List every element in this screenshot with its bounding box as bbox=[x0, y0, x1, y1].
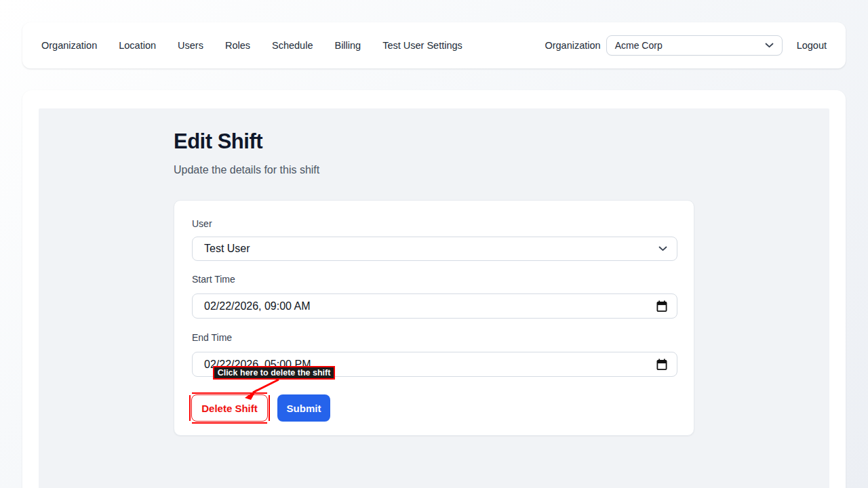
logout-link[interactable]: Logout bbox=[797, 40, 827, 51]
nav-item-location[interactable]: Location bbox=[119, 40, 156, 51]
annotation-handle bbox=[267, 421, 271, 424]
calendar-icon[interactable] bbox=[656, 359, 667, 370]
nav-item-users[interactable]: Users bbox=[178, 40, 203, 51]
delete-tooltip: Click here to delete the shift bbox=[213, 366, 335, 380]
annotation-handle bbox=[267, 392, 271, 395]
nav-right-group: Organization Acme Corp Logout bbox=[545, 35, 827, 56]
start-time-input[interactable]: 02/22/2026, 09:00 AM bbox=[192, 293, 677, 319]
start-time-label: Start Time bbox=[192, 274, 235, 285]
page-subtitle: Update the details for this shift bbox=[174, 164, 319, 176]
user-select[interactable]: Test User bbox=[192, 237, 677, 261]
inner-panel: Edit Shift Update the details for this s… bbox=[39, 108, 829, 488]
chevron-down-icon bbox=[765, 43, 774, 48]
user-select-value: Test User bbox=[204, 243, 658, 255]
top-nav: Organization Location Users Roles Schedu… bbox=[22, 22, 846, 68]
page-background: Organization Location Users Roles Schedu… bbox=[0, 0, 868, 488]
organization-select-label: Organization bbox=[545, 40, 600, 51]
annotation-handle bbox=[189, 421, 192, 424]
content-card: Edit Shift Update the details for this s… bbox=[22, 90, 846, 488]
organization-select[interactable]: Acme Corp bbox=[606, 35, 783, 56]
calendar-icon[interactable] bbox=[656, 300, 667, 312]
nav-item-roles[interactable]: Roles bbox=[225, 40, 250, 51]
annotation-handle bbox=[189, 392, 192, 395]
nav-item-schedule[interactable]: Schedule bbox=[272, 40, 313, 51]
nav-item-test-user-settings[interactable]: Test User Settings bbox=[382, 40, 462, 51]
chevron-down-icon bbox=[658, 246, 667, 251]
end-time-label: End Time bbox=[192, 332, 232, 343]
page-title: Edit Shift bbox=[174, 129, 262, 154]
delete-shift-button[interactable]: Delete Shift bbox=[191, 394, 268, 422]
start-time-value: 02/22/2026, 09:00 AM bbox=[204, 300, 656, 312]
nav-item-billing[interactable]: Billing bbox=[334, 40, 361, 51]
nav-links: Organization Location Users Roles Schedu… bbox=[41, 40, 462, 51]
edit-shift-form: User Test User Start Time 02/22/2026, 09… bbox=[174, 200, 694, 436]
user-label: User bbox=[192, 218, 212, 229]
nav-item-organization[interactable]: Organization bbox=[41, 40, 97, 51]
submit-button[interactable]: Submit bbox=[277, 394, 330, 422]
organization-select-value: Acme Corp bbox=[615, 40, 765, 51]
